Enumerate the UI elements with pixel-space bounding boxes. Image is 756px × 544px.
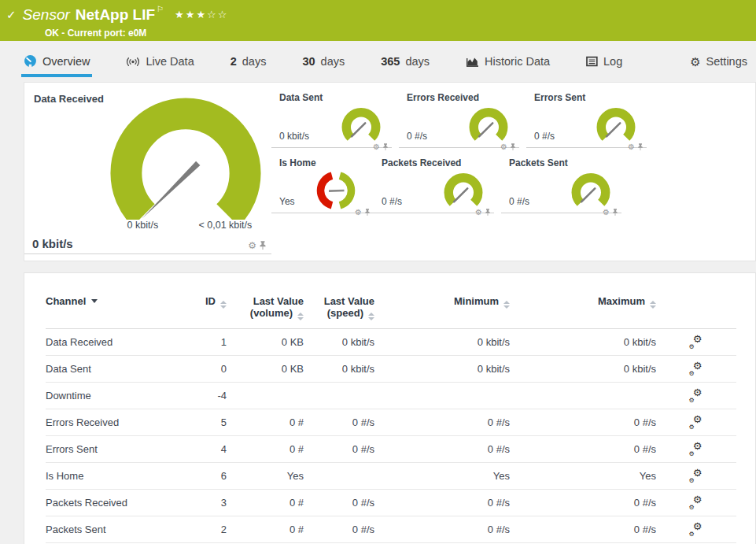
channel-minimum: 0 #/s [374,416,510,428]
channel-name[interactable]: Data Sent [46,363,187,375]
channel-id: 6 [187,470,227,482]
tab-365-days[interactable]: 365 days [378,48,432,77]
gauge-title: Packets Sent [509,157,568,168]
gauge-value: 0 #/s [382,196,402,207]
channel-maximum: Yes [510,470,656,482]
column-label: Maximum [598,295,645,307]
channel-last-value-speed: 0 #/s [304,497,374,509]
gauge-cell-data-received[interactable]: Data Received 0 kbit/s < 0,01 kbit/s 0 k… [24,83,271,254]
tab-label: days [405,55,430,68]
channel-last-value-volume: 0 # [227,524,304,535]
tab-30-days[interactable]: 30 days [300,48,347,77]
channel-id: -4 [187,390,227,402]
channel-table-panel: Channel ID Last Value (volume) Last Valu… [24,272,756,544]
gauge-cell-errors-sent[interactable]: Errors Sent 0 #/s ⚙ [526,83,647,148]
channel-settings-icon[interactable]: ⚙ ⚙ [689,416,703,429]
channel-settings-icon[interactable]: ⚙ ⚙ [689,336,703,349]
channel-row[interactable]: Packets Received 3 0 # 0 #/s 0 #/s 0 #/s… [46,490,736,516]
channel-last-value-speed: 0 #/s [304,443,374,455]
gear-icon: ⚙ [689,451,695,457]
channel-maximum: 0 #/s [510,443,656,455]
tab-label: Settings [706,55,747,68]
tab-settings[interactable]: ⚙ Settings [688,48,750,77]
gauge-value: 0 kbit/s [279,131,309,142]
gear-icon: ⚙ [693,441,703,451]
column-header-last-value-volume[interactable]: Last Value (volume) [227,295,304,320]
channel-settings-icon[interactable]: ⚙ ⚙ [689,390,703,402]
pin-icon[interactable] [485,208,491,216]
column-header-minimum[interactable]: Minimum [374,295,510,309]
channel-row[interactable]: Downtime -4 ⚙ ⚙ [46,383,736,409]
gauge-value: 0 #/s [509,196,529,207]
tab-label: Log [603,55,622,68]
channel-name[interactable]: Errors Sent [46,443,187,455]
channel-row[interactable]: Packets Sent 2 0 # 0 #/s 0 #/s 0 #/s ⚙ ⚙ [46,516,736,543]
channel-last-value-speed: 0 kbit/s [304,336,374,348]
gear-icon[interactable]: ⚙ [475,209,482,216]
gauges-panel: Data Received 0 kbit/s < 0,01 kbit/s 0 k… [24,82,756,261]
pin-icon[interactable] [637,142,644,151]
primary-gauge: 0 kbit/s < 0,01 kbit/s [103,94,268,232]
gauge-title: Data Sent [279,92,323,103]
column-header-channel[interactable]: Channel [46,295,187,307]
tab-number: 2 [230,55,237,68]
gear-icon[interactable]: ⚙ [248,241,256,250]
channel-row[interactable]: Is Home 6 Yes Yes Yes ⚙ ⚙ [46,463,736,490]
tab-log[interactable]: Log [584,48,625,77]
channel-last-value-speed: 0 #/s [304,524,374,535]
sort-icon [503,301,510,309]
channel-actions-cell: ⚙ ⚙ [656,336,735,349]
channel-row[interactable]: Errors Received 5 0 # 0 #/s 0 #/s 0 #/s … [46,409,736,436]
channel-settings-icon[interactable]: ⚙ ⚙ [689,470,703,483]
column-header-maximum[interactable]: Maximum [510,295,656,309]
tab-2-days[interactable]: 2 days [228,48,269,77]
channel-row[interactable]: Data Received 1 0 KB 0 kbit/s 0 kbit/s 0… [46,329,736,356]
log-list-icon [586,56,598,67]
gear-icon: ⚙ [693,468,703,478]
channel-settings-icon[interactable]: ⚙ ⚙ [689,497,703,509]
channel-minimum: 0 #/s [374,524,510,535]
gauge-cell-errors-received[interactable]: Errors Received 0 #/s ⚙ [399,83,519,148]
channel-row[interactable]: Data Sent 0 0 KB 0 kbit/s 0 kbit/s 0 kbi… [46,356,736,383]
gauge-cell-is-home[interactable]: Is Home Yes ⚙ [271,148,374,213]
flag-icon[interactable]: ⚐ [157,5,164,13]
sensor-tabbar: Overview Live Data 2 days 30 days 365 da… [0,41,756,77]
channel-maximum: 0 kbit/s [510,336,656,348]
sort-icon [220,301,227,309]
channel-name[interactable]: Packets Received [46,497,187,509]
tab-label: days [321,55,345,68]
pin-icon[interactable] [364,208,371,216]
channel-actions-cell: ⚙ ⚙ [656,443,735,456]
priority-stars[interactable]: ★★★☆☆ [175,9,228,20]
gauge-cell-packets-received[interactable]: Packets Received 0 #/s ⚙ [374,148,494,213]
channel-name[interactable]: Downtime [46,390,187,402]
gauge-cell-data-sent[interactable]: Data Sent 0 kbit/s ⚙ [271,83,392,148]
sensor-name[interactable]: NetApp LIF [76,6,155,24]
object-kind-label: Sensor [23,6,70,24]
channel-settings-icon[interactable]: ⚙ ⚙ [689,443,703,456]
channel-id: 0 [187,363,227,375]
tab-historic-data[interactable]: Historic Data [463,48,552,77]
column-header-id[interactable]: ID [187,295,227,309]
tab-live-data[interactable]: Live Data [124,48,196,77]
gauge-icon [24,54,37,68]
channel-name[interactable]: Packets Sent [46,524,187,535]
gear-icon[interactable]: ⚙ [355,209,362,216]
gear-icon[interactable]: ⚙ [628,143,635,151]
channel-name[interactable]: Data Received [46,336,187,348]
channel-actions-cell: ⚙ ⚙ [656,390,735,402]
channel-name[interactable]: Is Home [46,470,187,482]
column-header-last-value-speed[interactable]: Last Value (speed) [304,295,374,320]
tab-overview[interactable]: Overview [21,47,92,77]
gauge-cell-packets-sent[interactable]: Packets Sent 0 #/s ⚙ [501,148,621,213]
gear-icon[interactable]: ⚙ [603,209,610,216]
channel-settings-icon[interactable]: ⚙ ⚙ [689,363,703,376]
channel-name[interactable]: Errors Received [46,416,187,428]
channel-row[interactable]: Errors Sent 4 0 # 0 #/s 0 #/s 0 #/s ⚙ ⚙ [46,436,736,463]
tab-label: Overview [42,55,90,68]
pin-icon[interactable] [259,240,267,250]
pin-icon[interactable] [612,208,618,216]
gear-icon: ⚙ [693,414,703,424]
gear-icon: ⚙ [693,361,703,371]
channel-settings-icon[interactable]: ⚙ ⚙ [689,524,703,536]
